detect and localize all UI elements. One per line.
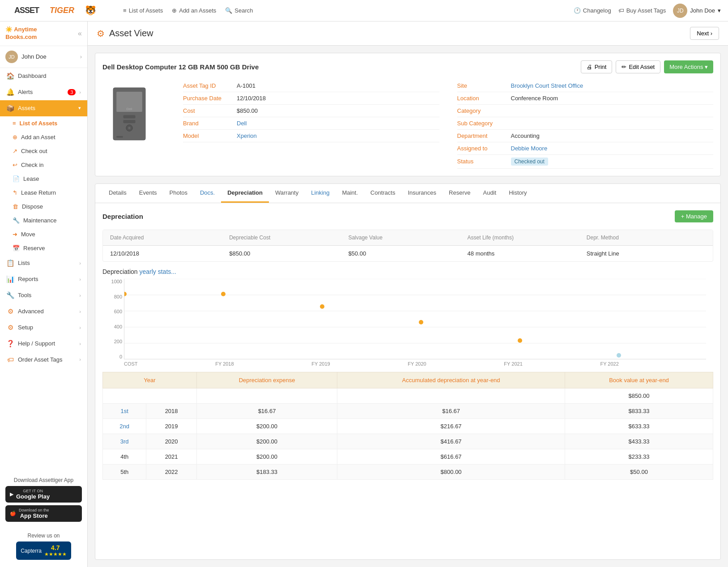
sidebar-item-help[interactable]: ❓ Help / Support ›: [0, 336, 87, 352]
list-of-assets-nav[interactable]: ≡ List of Assets: [123, 7, 163, 14]
tab-photos[interactable]: Photos: [163, 184, 194, 203]
sidebar-item-advanced[interactable]: ⚙ Advanced ›: [0, 303, 87, 320]
sidebar-item-setup[interactable]: ⚙ Setup ›: [0, 320, 87, 336]
capterra-badge[interactable]: Capterra 4.7 ★★★★★: [16, 541, 71, 560]
alerts-badge: 3: [68, 89, 76, 95]
next-button[interactable]: Next ›: [690, 27, 719, 40]
add-assets-nav[interactable]: ⊕ Add an Assets: [172, 7, 216, 14]
yearly-stats-link[interactable]: yearly stats...: [140, 268, 176, 275]
pencil-icon: ✏: [622, 64, 626, 70]
tab-depreciation[interactable]: Depreciation: [221, 184, 269, 203]
tab-maint[interactable]: Maint.: [336, 184, 364, 203]
tab-audit[interactable]: Audit: [477, 184, 502, 203]
sidebar-item-dispose[interactable]: 🗑 Dispose: [0, 200, 87, 213]
sidebar-item-add-asset[interactable]: ⊕ Add an Asset: [0, 130, 87, 144]
sidebar-item-assets[interactable]: 📦 Assets ▾: [0, 100, 87, 116]
tab-history[interactable]: History: [502, 184, 533, 203]
col-asset-life: Asset Life (months): [468, 234, 587, 241]
print-button[interactable]: 🖨 Print: [581, 60, 613, 73]
rank-3[interactable]: 3rd: [120, 438, 129, 445]
tab-details[interactable]: Details: [102, 184, 133, 203]
dispose-icon: 🗑: [13, 203, 18, 210]
tabs-bar: Details Events Photos Docs. Depreciation…: [95, 184, 720, 203]
move-icon: ➜: [13, 231, 17, 238]
tab-reserve[interactable]: Reserve: [443, 184, 477, 203]
sidebar-item-list-of-assets[interactable]: ≡ List of Assets: [0, 116, 87, 130]
field-location: Location Conference Room: [457, 92, 714, 105]
tab-linking[interactable]: Linking: [305, 184, 336, 203]
collapse-sidebar-btn[interactable]: «: [78, 30, 82, 38]
edit-asset-button[interactable]: ✏ Edit Asset: [616, 60, 660, 73]
rank-1[interactable]: 1st: [121, 408, 128, 414]
asset-actions: 🖨 Print ✏ Edit Asset More Actions ▾: [581, 60, 713, 73]
salvage-value-value: $50.00: [348, 250, 467, 257]
logo: ASSET TIGER 🐯: [7, 0, 103, 21]
sidebar-item-lease-return[interactable]: ↰ Lease Return: [0, 186, 87, 200]
tools-icon: 🔧: [6, 291, 14, 299]
help-icon: ❓: [6, 340, 14, 348]
changelog-nav[interactable]: 🕐 Changelog: [574, 7, 611, 14]
svg-rect-6: [116, 136, 123, 138]
sidebar-item-lease[interactable]: 📄 Lease: [0, 172, 87, 186]
tab-contracts[interactable]: Contracts: [364, 184, 402, 203]
tab-insurances[interactable]: Insurances: [401, 184, 443, 203]
model-value[interactable]: Xperion: [237, 132, 257, 139]
capterra-label: Capterra: [21, 548, 42, 554]
site-value[interactable]: Brooklyn Court Street Office: [511, 82, 583, 89]
yearly-stats-table: Year Depreciation expense Accumulated de…: [102, 372, 713, 480]
checkout-icon: ↗: [13, 148, 17, 154]
tab-events[interactable]: Events: [133, 184, 163, 203]
brand-value[interactable]: Dell: [237, 120, 247, 127]
sidebar-item-maintenance[interactable]: 🔧 Maintenance: [0, 213, 87, 227]
checkin-icon: ↩: [13, 162, 17, 168]
app-store-btn[interactable]: 🍎 Download on the App Store: [5, 505, 82, 522]
depr-method-value: Straight Line: [587, 250, 706, 257]
sidebar-item-move[interactable]: ➜ Move: [0, 227, 87, 241]
buy-asset-tags-nav[interactable]: 🏷 Buy Asset Tags: [618, 7, 666, 14]
maintenance-icon: 🔧: [13, 217, 20, 224]
search-nav[interactable]: 🔍 Search: [225, 7, 253, 14]
google-play-btn[interactable]: ▶ GET IT ON Google Play: [5, 486, 82, 503]
table-row: 2nd 2019 $200.00 $216.67 $633.33: [103, 419, 713, 434]
asset-tag-value: A-1001: [237, 82, 255, 89]
col-depr-method: Depr. Method: [587, 234, 706, 241]
main-content: ⚙ Asset View Next › Dell Desktop Compute…: [88, 21, 728, 567]
rank-2[interactable]: 2nd: [119, 423, 129, 430]
rank-5: 5th: [120, 469, 128, 475]
top-nav-links: ≡ List of Assets ⊕ Add an Assets 🔍 Searc…: [123, 7, 563, 14]
sidebar-item-dashboard[interactable]: 🏠 Dashboard: [0, 68, 87, 84]
col-salvage-value: Salvage Value: [348, 234, 467, 241]
user-menu[interactable]: JD John Doe ▾: [673, 4, 721, 18]
depr-table-data-row: 12/10/2018 $850.00 $50.00 48 months Stra…: [103, 246, 713, 261]
asset-details: Dell Asset Tag ID A-1001 Purchase Date 1…: [102, 80, 713, 169]
asset-title-row: Dell Desktop Computer 12 GB RAM 500 GB D…: [102, 60, 713, 73]
sidebar-item-alerts[interactable]: 🔔 Alerts 3 ›: [0, 84, 87, 100]
sidebar-item-reports[interactable]: 📊 Reports ›: [0, 271, 87, 287]
field-group-right: Site Brooklyn Court Street Office Locati…: [457, 80, 714, 169]
tab-docs[interactable]: Docs.: [194, 184, 221, 203]
sidebar-item-lists[interactable]: 📋 Lists ›: [0, 255, 87, 271]
advanced-arrow: ›: [79, 309, 81, 314]
sidebar-item-checkout[interactable]: ↗ Check out: [0, 144, 87, 158]
book-value-header: Book value at year-end: [565, 372, 713, 388]
table-row: 5th 2022 $183.33 $800.00 $50.00: [103, 465, 713, 480]
page-title: Asset View: [109, 28, 153, 38]
manage-button[interactable]: + Manage: [675, 210, 713, 222]
svg-point-16: [320, 304, 324, 309]
tag-icon: 🏷: [618, 7, 624, 14]
field-subcategory: Sub Category: [457, 117, 714, 130]
sidebar-item-checkin[interactable]: ↩ Check in: [0, 158, 87, 172]
sidebar-item-tools[interactable]: 🔧 Tools ›: [0, 287, 87, 303]
list-icon: ≡: [123, 7, 127, 14]
search-icon: 🔍: [225, 7, 232, 14]
tab-warranty[interactable]: Warranty: [269, 184, 305, 203]
more-actions-button[interactable]: More Actions ▾: [664, 60, 713, 73]
home-icon: 🏠: [6, 72, 14, 80]
depreciation-chart: [124, 279, 706, 359]
sidebar-item-order-tags[interactable]: 🏷 Order Asset Tags ›: [0, 352, 87, 367]
year-header: Year: [103, 372, 197, 388]
sidebar-item-reserve[interactable]: 📅 Reserve: [0, 241, 87, 255]
field-site: Site Brooklyn Court Street Office: [457, 80, 714, 92]
field-asset-tag: Asset Tag ID A-1001: [183, 80, 439, 92]
assigned-to-value[interactable]: Debbie Moore: [511, 145, 548, 152]
